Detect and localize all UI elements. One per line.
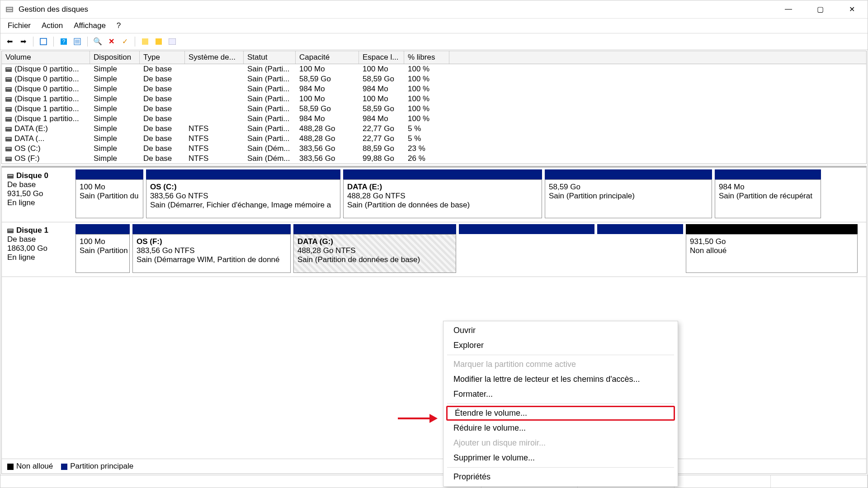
- properties-icon[interactable]: [167, 36, 178, 47]
- col-status[interactable]: Statut: [244, 51, 296, 64]
- disk-name: Disque 0: [16, 171, 48, 180]
- close-button[interactable]: ✕: [845, 5, 859, 14]
- refresh-icon[interactable]: 🔍: [92, 36, 103, 47]
- partition[interactable]: 931,50 GoNon alloué: [686, 224, 858, 273]
- legend-swatch-black: [7, 464, 14, 470]
- svg-rect-10: [142, 38, 148, 45]
- col-volume[interactable]: Volume: [2, 51, 90, 64]
- partition[interactable]: DATA (G:)488,28 Go NTFSSain (Partition d…: [293, 224, 456, 273]
- separator: [33, 37, 33, 47]
- legend-primary: Partition principale: [61, 462, 133, 471]
- menu-action[interactable]: Action: [42, 21, 63, 30]
- legend-swatch-blue: [61, 464, 67, 470]
- view-icon[interactable]: [38, 36, 49, 47]
- ctx-mark-active: Marquer la partition comme active: [443, 357, 678, 372]
- col-type[interactable]: Type: [140, 51, 185, 64]
- disk-icon: [7, 174, 14, 178]
- ctx-delete[interactable]: Supprimer le volume...: [443, 450, 678, 465]
- menu-help[interactable]: ?: [117, 21, 121, 30]
- disk-size: 1863,00 Go: [7, 244, 74, 253]
- menu-view[interactable]: Affichage: [74, 21, 106, 30]
- disk-name: Disque 1: [16, 226, 48, 235]
- partition[interactable]: 100 MoSain (Partition: [75, 224, 130, 273]
- ctx-add-mirror: Ajouter un disque miroir...: [443, 436, 678, 450]
- disk-type: De base: [7, 235, 74, 244]
- col-filesystem[interactable]: Système de...: [185, 51, 244, 64]
- legend-primary-label: Partition principale: [70, 462, 133, 470]
- col-pctfree[interactable]: % libres: [404, 51, 449, 64]
- ctx-shrink[interactable]: Réduire le volume...: [443, 421, 678, 436]
- disk-info[interactable]: Disque 0 De base 931,50 Go En ligne: [5, 169, 75, 218]
- toolbar: ⬅ ➡ ? 🔍 ✕ ✓: [0, 33, 868, 50]
- ctx-explore[interactable]: Explorer: [443, 338, 678, 353]
- disk-row-1: Disque 1 De base 1863,00 Go En ligne 100…: [2, 222, 866, 277]
- svg-rect-1: [7, 8, 12, 9]
- menubar: Fichier Action Affichage ?: [0, 19, 868, 33]
- minimize-button[interactable]: —: [782, 5, 795, 14]
- forward-icon[interactable]: ➡: [18, 36, 28, 47]
- ctx-extend-label: Étendre le volume...: [455, 408, 527, 418]
- table-row[interactable]: (Disque 1 partitio...SimpleDe baseSain (…: [2, 94, 866, 104]
- disk-partitions: 100 MoSain (PartitionOS (F:)383,56 Go NT…: [75, 224, 863, 273]
- delete-icon[interactable]: ✕: [106, 36, 117, 47]
- table-row[interactable]: DATA (E:)SimpleDe baseNTFSSain (Parti...…: [2, 124, 866, 134]
- ctx-extend-volume-highlighted[interactable]: Étendre le volume...: [446, 406, 675, 421]
- svg-rect-12: [169, 38, 176, 45]
- table-row[interactable]: (Disque 1 partitio...SimpleDe baseSain (…: [2, 114, 866, 124]
- window-controls: — ▢ ✕: [782, 5, 859, 14]
- partition[interactable]: [459, 224, 594, 273]
- separator: [87, 37, 88, 47]
- col-freespace[interactable]: Espace l...: [359, 51, 404, 64]
- app-icon: [5, 5, 14, 14]
- window-title: Gestion des disques: [19, 5, 782, 14]
- partition[interactable]: 984 MoSain (Partition de récupérat: [715, 169, 821, 218]
- disk-state: En ligne: [7, 198, 74, 207]
- ctx-sep: [447, 355, 674, 355]
- svg-rect-3: [40, 38, 47, 45]
- partition[interactable]: [597, 224, 683, 273]
- volumes-table: Volume Disposition Type Système de... St…: [1, 51, 867, 164]
- separator: [135, 37, 135, 47]
- partition[interactable]: 100 MoSain (Partition du: [75, 169, 143, 218]
- ctx-change-letter[interactable]: Modifier la lettre de lecteur et les che…: [443, 372, 678, 387]
- disk-type: De base: [7, 180, 74, 189]
- ctx-properties[interactable]: Propriétés: [443, 469, 678, 484]
- list-icon[interactable]: [72, 36, 83, 47]
- partition[interactable]: OS (C:)383,56 Go NTFSSain (Démarrer, Fic…: [146, 169, 340, 218]
- partition[interactable]: OS (F:)383,56 Go NTFSSain (Démarrage WIM…: [132, 224, 291, 273]
- disk-partitions: 100 MoSain (Partition duOS (C:)383,56 Go…: [75, 169, 863, 218]
- disk-row-0: Disque 0 De base 931,50 Go En ligne 100 …: [2, 168, 866, 222]
- ctx-sep: [447, 404, 674, 404]
- disk-info[interactable]: Disque 1 De base 1863,00 Go En ligne: [5, 224, 75, 273]
- legend-unallocated: Non alloué: [7, 462, 53, 471]
- ctx-open[interactable]: Ouvrir: [443, 323, 678, 338]
- check-icon[interactable]: ✓: [119, 36, 130, 47]
- table-row[interactable]: (Disque 1 partitio...SimpleDe baseSain (…: [2, 104, 866, 114]
- disks-graphical-pane: Disque 0 De base 931,50 Go En ligne 100 …: [1, 166, 867, 474]
- table-row[interactable]: OS (F:)SimpleDe baseNTFSSain (Dém...383,…: [2, 154, 866, 164]
- status-bar: [0, 475, 868, 488]
- legend: Non alloué Partition principale: [2, 459, 866, 474]
- table-row[interactable]: OS (C:)SimpleDe baseNTFSSain (Dém...383,…: [2, 144, 866, 154]
- svg-rect-11: [156, 38, 162, 45]
- context-menu: Ouvrir Explorer Marquer la partition com…: [443, 321, 678, 487]
- partition[interactable]: DATA (E:)488,28 Go NTFSSain (Partition d…: [343, 169, 542, 218]
- svg-text:?: ?: [62, 38, 66, 45]
- legend-unalloc-label: Non alloué: [16, 462, 53, 470]
- back-icon[interactable]: ⬅: [4, 36, 15, 47]
- partition[interactable]: 58,59 GoSain (Partition principale): [545, 169, 712, 218]
- maximize-button[interactable]: ▢: [813, 5, 827, 14]
- table-row[interactable]: DATA (...SimpleDe baseNTFSSain (Parti...…: [2, 134, 866, 144]
- table-row[interactable]: (Disque 0 partitio...SimpleDe baseSain (…: [2, 84, 866, 94]
- disk-state: En ligne: [7, 253, 74, 262]
- menu-file[interactable]: Fichier: [8, 21, 31, 30]
- col-disposition[interactable]: Disposition: [90, 51, 140, 64]
- help-icon[interactable]: ?: [58, 36, 69, 47]
- table-row[interactable]: (Disque 0 partitio...SimpleDe baseSain (…: [2, 64, 866, 74]
- table-header: Volume Disposition Type Système de... St…: [2, 51, 866, 64]
- action1-icon[interactable]: [140, 36, 151, 47]
- col-capacity[interactable]: Capacité: [296, 51, 359, 64]
- ctx-format[interactable]: Formater...: [443, 387, 678, 402]
- action2-icon[interactable]: [153, 36, 164, 47]
- table-row[interactable]: (Disque 0 partitio...SimpleDe baseSain (…: [2, 74, 866, 84]
